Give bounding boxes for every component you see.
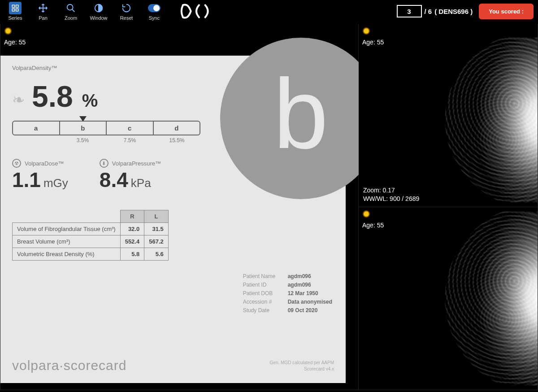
brand-word: scorecard <box>64 358 127 373</box>
svg-rect-1 <box>16 5 18 7</box>
overlay-wwwl: WW/WL: 900 / 2689 <box>363 195 419 203</box>
leaf-icon: ❧ <box>12 91 25 109</box>
density-grade-letter: b <box>273 65 328 163</box>
density-grade-badge: b <box>220 38 382 199</box>
brightness-icon <box>362 210 370 218</box>
dose-unit: mGy <box>41 176 68 190</box>
scorecard-fineprint: Gen. MGD calculated per AAPM Scorecard v… <box>270 360 334 372</box>
svg-rect-3 <box>16 9 18 11</box>
meta-val: Data anonymised <box>288 299 332 305</box>
meta-key: Patient Name <box>243 273 283 279</box>
tool-sync[interactable]: Sync <box>143 2 165 21</box>
scale-marker-icon <box>79 116 87 122</box>
grid-icon <box>9 2 22 14</box>
pressure-unit: kPa <box>128 176 151 190</box>
overlay-age: Age: 55 <box>362 222 384 229</box>
table-cell: 32.0 <box>120 223 144 235</box>
series-case-id: ( DENS696 ) <box>434 8 473 15</box>
viewport-overlay-top: Age: 55 <box>362 210 384 229</box>
meta-val: agdm096 <box>288 282 311 288</box>
table-cell: 5.8 <box>120 248 144 261</box>
pressure-block: ⬇VolparaPressure™ 8.4kPa <box>100 159 161 192</box>
viewport-main[interactable]: Age: 55 b VolparaDensity™ ❧ 5.8% a b c d <box>0 24 359 390</box>
overlay-zoom: Zoom: 0.17 <box>363 186 419 195</box>
toolbar: Series Pan Zoom Window Reset <box>0 0 538 24</box>
measurements-table: R L Volume of Fibroglandular Tissue (cm³… <box>12 210 169 261</box>
toolbar-right: / 6 ( DENS696 ) You scored : <box>397 4 534 19</box>
tool-label: Window <box>90 15 107 21</box>
right-column: Age: 55 Zoom: 0.17 WW/WL: 900 / 2689 Age… <box>359 24 538 390</box>
table-col-l: L <box>144 210 169 223</box>
brand-word: volpara <box>12 358 59 373</box>
table-col-r: R <box>120 210 144 223</box>
meta-val: agdm096 <box>288 273 311 279</box>
table-cell: 552.4 <box>120 235 144 248</box>
tool-label: Sync <box>149 15 160 21</box>
meta-val: 12 Mar 1950 <box>288 290 318 296</box>
tool-zoom[interactable]: Zoom <box>60 2 82 21</box>
meta-key: Accession # <box>243 299 283 305</box>
scale-cell-c: c <box>107 122 154 135</box>
zoom-icon <box>65 2 77 14</box>
svg-line-5 <box>72 9 75 12</box>
brightness-icon <box>4 27 12 35</box>
table-cell: Volume of Fibroglandular Tissue (cm³) <box>13 223 121 235</box>
patient-meta: Patient Nameagdm096 Patient IDagdm096 Pa… <box>243 273 332 316</box>
reset-icon <box>120 2 133 14</box>
scale-cell-b: b <box>60 122 107 135</box>
meta-key: Study Date <box>243 307 283 314</box>
mammogram-image <box>403 212 538 385</box>
brightness-icon <box>362 27 370 35</box>
tool-reset[interactable]: Reset <box>116 2 137 21</box>
dose-block: ☢VolparaDose™ 1.1mGy <box>12 159 68 192</box>
dose-value: 1.1 <box>12 168 41 192</box>
dose-heading: VolparaDose™ <box>25 160 64 167</box>
table-cell: 567.2 <box>144 235 169 248</box>
table-cell: 31.5 <box>144 223 169 235</box>
svg-rect-0 <box>12 5 14 7</box>
svg-rect-2 <box>12 9 14 11</box>
series-index-input[interactable] <box>397 5 422 17</box>
viewport-overlay-bottom: Zoom: 0.17 WW/WL: 900 / 2689 <box>363 186 419 203</box>
viewport-top-right[interactable]: Age: 55 Zoom: 0.17 WW/WL: 900 / 2689 <box>359 24 538 207</box>
density-scale: a b c d 3.5% 7.5% 15.5% <box>12 121 200 144</box>
sync-toggle-icon <box>148 2 161 14</box>
score-button[interactable]: You scored : <box>479 4 534 19</box>
scale-cell-d: d <box>154 122 200 135</box>
scorecard-brand: volpara·scorecard <box>12 358 126 373</box>
scale-tick: 7.5% <box>106 137 153 144</box>
viewport-overlay-top: Age: 55 <box>4 27 26 46</box>
table-row: Volumetric Breast Density (%) 5.8 5.6 <box>13 248 169 261</box>
svg-point-4 <box>67 4 73 10</box>
tool-series[interactable]: Series <box>4 2 26 21</box>
contrast-icon <box>92 2 105 14</box>
tool-label: Series <box>8 15 22 21</box>
detected-brand-logo <box>179 2 222 21</box>
viewport-bottom-right[interactable]: Age: 55 <box>359 207 538 390</box>
scale-cell-a: a <box>13 122 60 135</box>
tool-window[interactable]: Window <box>88 2 109 21</box>
scale-tick: 3.5% <box>59 137 106 144</box>
scale-tick <box>12 137 59 144</box>
volpara-scorecard: b VolparaDensity™ ❧ 5.8% a b c d 3.5% 7.… <box>0 56 346 383</box>
move-icon <box>37 2 49 14</box>
table-row: Volume of Fibroglandular Tissue (cm³) 32… <box>13 223 169 235</box>
pressure-value: 8.4 <box>100 168 128 192</box>
table-cell: Breast Volume (cm³) <box>13 235 121 248</box>
density-value: 5.8 <box>32 79 73 113</box>
tool-pan[interactable]: Pan <box>32 2 54 21</box>
density-unit: % <box>80 91 98 111</box>
overlay-age: Age: 55 <box>362 39 384 46</box>
meta-key: Patient DOB <box>243 290 283 296</box>
radiation-icon: ☢ <box>12 159 21 168</box>
tool-label: Zoom <box>65 15 77 21</box>
meta-val: 09 Oct 2020 <box>288 307 318 314</box>
brand-word: · <box>59 358 63 373</box>
fineprint-line: Scorecard v4.x <box>270 366 334 372</box>
tool-label: Reset <box>120 15 133 21</box>
scale-tick: 15.5% <box>153 137 200 144</box>
pressure-heading: VolparaPressure™ <box>112 160 161 167</box>
fineprint-line: Gen. MGD calculated per AAPM <box>270 360 334 366</box>
series-counter: / 6 ( DENS696 ) <box>397 5 473 17</box>
meta-key: Patient ID <box>243 282 283 288</box>
